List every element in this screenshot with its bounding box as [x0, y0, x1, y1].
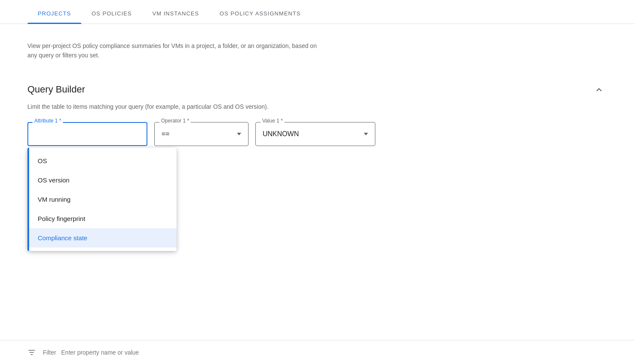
attribute-dropdown-trigger[interactable]	[27, 122, 147, 146]
query-builder-header: Query Builder	[27, 81, 608, 98]
value-label: Value 1 *	[261, 118, 285, 124]
tab-projects[interactable]: PROJECTS	[27, 3, 81, 24]
value-value: UNKNOWN	[263, 130, 299, 138]
dropdown-item-vm-running[interactable]: VM running	[29, 190, 177, 209]
query-builder-title: Query Builder	[27, 84, 85, 95]
operator-chevron-down-icon	[237, 133, 241, 135]
value-chevron-down-icon	[364, 133, 368, 135]
tabs-container: PROJECTSOS POLICIESVM INSTANCESOS POLICY…	[0, 0, 635, 24]
query-builder-description: Limit the table to items matching your q…	[27, 103, 608, 110]
attribute-field-wrapper: Attribute 1 * OSOS versionVM runningPoli…	[27, 122, 147, 146]
value-field-wrapper: Value 1 * UNKNOWN	[255, 122, 375, 146]
tab-os-policy-assignments[interactable]: OS POLICY ASSIGNMENTS	[210, 3, 311, 24]
operator-select[interactable]: ==	[154, 122, 249, 146]
filter-bar	[0, 340, 635, 364]
main-content: View per-project OS policy compliance su…	[0, 24, 635, 160]
dropdown-item-compliance-state[interactable]: Compliance state	[29, 228, 177, 248]
attribute-dropdown-menu: OSOS versionVM runningPolicy fingerprint…	[27, 148, 177, 251]
query-builder-section: Query Builder Limit the table to items m…	[27, 81, 608, 146]
dropdown-item-policy-fingerprint[interactable]: Policy fingerprint	[29, 209, 177, 228]
operator-field-wrapper: Operator 1 * ==	[154, 122, 249, 146]
filter-icon	[27, 348, 36, 357]
attribute-label: Attribute 1 *	[33, 118, 63, 124]
page-description: View per-project OS policy compliance su…	[27, 41, 319, 60]
query-row: Attribute 1 * OSOS versionVM runningPoli…	[27, 122, 608, 146]
tab-vm-instances[interactable]: VM INSTANCES	[142, 3, 209, 24]
operator-value: ==	[162, 130, 170, 138]
tab-os-policies[interactable]: OS POLICIES	[81, 3, 142, 24]
filter-input[interactable]	[43, 349, 608, 356]
dropdown-item-os[interactable]: OS	[29, 151, 177, 170]
operator-label: Operator 1 *	[159, 118, 191, 124]
dropdown-item-os-version[interactable]: OS version	[29, 170, 177, 190]
collapse-button[interactable]	[590, 81, 608, 98]
value-select[interactable]: UNKNOWN	[255, 122, 375, 146]
